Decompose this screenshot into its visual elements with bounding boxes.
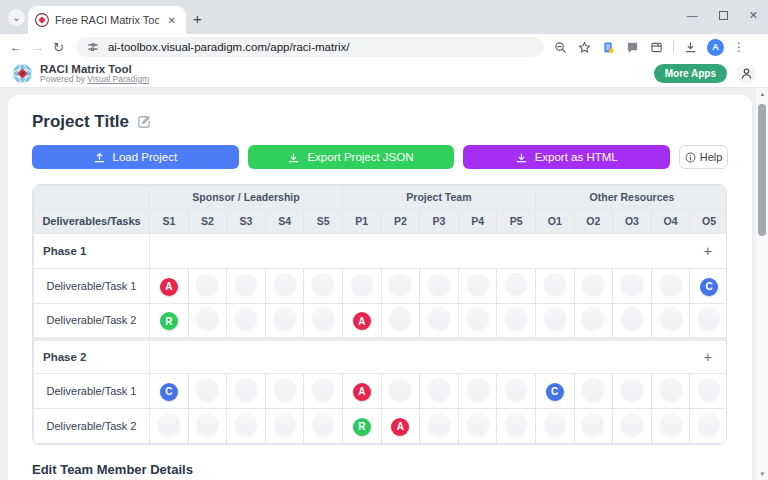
column-header-O5[interactable]: O5	[690, 209, 727, 234]
matrix-cell-P3[interactable]	[420, 374, 459, 409]
window-close-button[interactable]: ✕	[749, 9, 758, 22]
matrix-cell-P2[interactable]	[381, 269, 420, 304]
empty-assignment-slot[interactable]	[621, 378, 643, 400]
empty-assignment-slot[interactable]	[582, 273, 604, 295]
column-header-P1[interactable]: P1	[342, 209, 381, 234]
matrix-cell-P3[interactable]	[420, 409, 459, 444]
matrix-cell-P1[interactable]: R	[342, 409, 381, 444]
new-tab-button[interactable]: +	[193, 10, 202, 27]
matrix-cell-S3[interactable]	[227, 304, 266, 339]
task-row-label[interactable]: Deliverable/Task 2	[34, 304, 150, 339]
task-row-label[interactable]: Deliverable/Task 1	[34, 374, 150, 409]
column-header-S4[interactable]: S4	[265, 209, 304, 234]
site-settings-tune-icon[interactable]	[86, 40, 101, 55]
empty-assignment-slot[interactable]	[582, 413, 604, 435]
back-icon[interactable]: ←	[9, 41, 22, 54]
tab-search-button[interactable]: ⌄	[8, 9, 25, 26]
matrix-cell-S3[interactable]	[227, 269, 266, 304]
raci-badge-C[interactable]: C	[160, 383, 178, 401]
matrix-cell-P4[interactable]	[458, 374, 497, 409]
matrix-cell-S5[interactable]	[304, 269, 343, 304]
empty-assignment-slot[interactable]	[698, 413, 720, 435]
empty-assignment-slot[interactable]	[312, 378, 334, 400]
profile-avatar[interactable]: A	[707, 39, 724, 56]
matrix-cell-S1[interactable]: R	[150, 304, 189, 339]
raci-badge-A[interactable]: A	[160, 278, 178, 296]
empty-assignment-slot[interactable]	[544, 413, 566, 435]
empty-assignment-slot[interactable]	[389, 273, 411, 295]
empty-assignment-slot[interactable]	[235, 378, 257, 400]
scroll-down-icon[interactable]: ▼	[756, 471, 768, 477]
matrix-cell-O4[interactable]	[651, 304, 690, 339]
empty-assignment-slot[interactable]	[467, 378, 489, 400]
export-html-button[interactable]: Export as HTML	[463, 145, 670, 169]
raci-badge-C[interactable]: C	[546, 383, 564, 401]
edit-title-icon[interactable]	[137, 115, 151, 129]
phase-row-label[interactable]: Phase 2	[34, 339, 150, 374]
matrix-cell-S2[interactable]	[188, 269, 227, 304]
empty-assignment-slot[interactable]	[660, 378, 682, 400]
matrix-cell-P5[interactable]	[497, 409, 536, 444]
matrix-cell-P4[interactable]	[458, 269, 497, 304]
zoom-icon[interactable]	[553, 40, 568, 55]
docs-extension-icon[interactable]	[601, 40, 616, 55]
column-header-S5[interactable]: S5	[304, 209, 343, 234]
empty-assignment-slot[interactable]	[698, 378, 720, 400]
empty-assignment-slot[interactable]	[196, 413, 218, 435]
empty-assignment-slot[interactable]	[235, 273, 257, 295]
empty-assignment-slot[interactable]	[428, 413, 450, 435]
matrix-cell-S5[interactable]	[304, 374, 343, 409]
matrix-cell-P3[interactable]	[420, 269, 459, 304]
window-maximize-button[interactable]	[719, 11, 728, 20]
matrix-cell-P2[interactable]: A	[381, 409, 420, 444]
raci-badge-A[interactable]: A	[353, 312, 371, 330]
empty-assignment-slot[interactable]	[274, 413, 296, 435]
empty-assignment-slot[interactable]	[467, 413, 489, 435]
visual-paradigm-link[interactable]: Visual Paradigm	[87, 74, 149, 84]
matrix-cell-P1[interactable]: A	[342, 374, 381, 409]
scroll-up-icon[interactable]: ▲	[756, 91, 768, 97]
column-header-S3[interactable]: S3	[227, 209, 266, 234]
matrix-cell-P2[interactable]	[381, 304, 420, 339]
matrix-cell-S2[interactable]	[188, 409, 227, 444]
matrix-cell-P2[interactable]	[381, 374, 420, 409]
add-task-button[interactable]: +	[701, 243, 715, 259]
matrix-cell-O3[interactable]	[613, 374, 652, 409]
empty-assignment-slot[interactable]	[428, 378, 450, 400]
raci-badge-R[interactable]: R	[160, 312, 178, 330]
empty-assignment-slot[interactable]	[621, 307, 643, 329]
matrix-cell-S2[interactable]	[188, 304, 227, 339]
empty-assignment-slot[interactable]	[467, 273, 489, 295]
matrix-cell-O4[interactable]	[651, 409, 690, 444]
matrix-cell-S5[interactable]	[304, 409, 343, 444]
empty-assignment-slot[interactable]	[312, 307, 334, 329]
empty-assignment-slot[interactable]	[582, 307, 604, 329]
empty-assignment-slot[interactable]	[505, 307, 527, 329]
column-header-O3[interactable]: O3	[613, 209, 652, 234]
matrix-cell-O1[interactable]	[535, 304, 574, 339]
matrix-cell-P5[interactable]	[497, 374, 536, 409]
export-json-button[interactable]: Export Project JSON	[248, 145, 455, 169]
matrix-cell-S4[interactable]	[265, 374, 304, 409]
matrix-cell-O2[interactable]	[574, 304, 613, 339]
matrix-cell-S1[interactable]: A	[150, 269, 189, 304]
column-header-P2[interactable]: P2	[381, 209, 420, 234]
raci-badge-C[interactable]: C	[700, 278, 718, 296]
task-row-label[interactable]: Deliverable/Task 1	[34, 269, 150, 304]
browser-tab[interactable]: Free RACI Matrix Tool | Assign R ✕	[28, 6, 186, 34]
empty-assignment-slot[interactable]	[196, 273, 218, 295]
window-minimize-button[interactable]: —	[687, 9, 698, 21]
empty-assignment-slot[interactable]	[389, 307, 411, 329]
matrix-cell-O5[interactable]	[690, 409, 727, 444]
empty-assignment-slot[interactable]	[621, 273, 643, 295]
scrollbar-thumb[interactable]	[758, 104, 766, 236]
matrix-cell-P1[interactable]	[342, 269, 381, 304]
matrix-cell-S5[interactable]	[304, 304, 343, 339]
empty-assignment-slot[interactable]	[505, 273, 527, 295]
empty-assignment-slot[interactable]	[660, 413, 682, 435]
matrix-cell-S4[interactable]	[265, 269, 304, 304]
empty-assignment-slot[interactable]	[505, 413, 527, 435]
matrix-cell-S4[interactable]	[265, 304, 304, 339]
matrix-cell-P5[interactable]	[497, 304, 536, 339]
chat-bubble-extension-icon[interactable]	[625, 40, 640, 55]
